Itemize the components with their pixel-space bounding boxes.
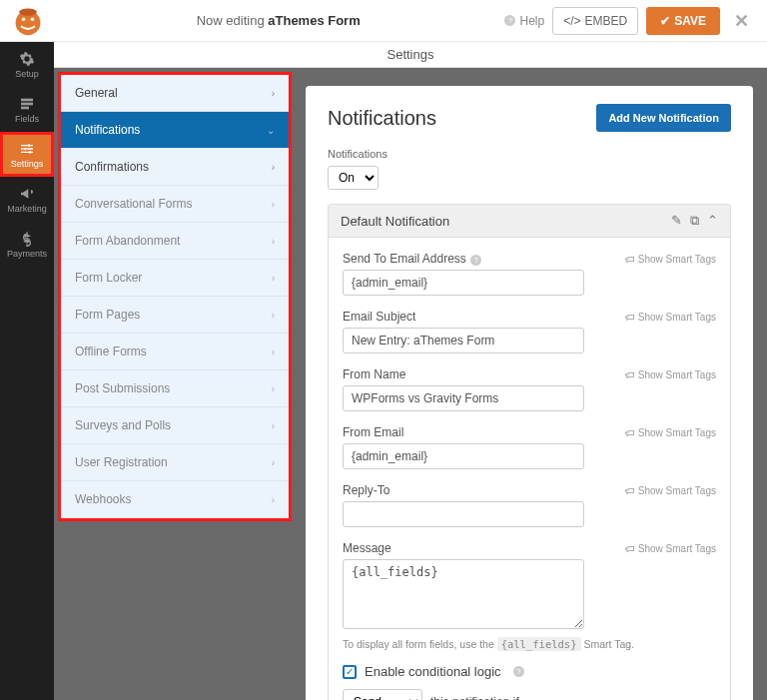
sidebar-item-locker[interactable]: Form Locker› [61, 260, 289, 297]
help-icon[interactable]: ? [470, 255, 481, 266]
code-icon: </> [563, 14, 580, 28]
message-label: Message [343, 541, 391, 555]
notif-toggle-select[interactable]: On [328, 166, 379, 190]
settings-sidebar: General› Notifications⌄ Confirmations› C… [58, 72, 292, 521]
svg-point-3 [19, 8, 37, 15]
close-button[interactable]: ✕ [728, 10, 755, 32]
svg-point-8 [24, 147, 27, 150]
builder-card: Notifications Add New Notification Notif… [306, 86, 753, 700]
chevron-right-icon: › [272, 310, 275, 321]
smart-tags-link[interactable]: 🏷 Show Smart Tags [625, 369, 716, 380]
subject-input[interactable] [343, 328, 584, 353]
chevron-right-icon: › [272, 162, 275, 173]
sidebar-item-userreg[interactable]: User Registration› [61, 444, 289, 481]
save-button[interactable]: ✔SAVE [646, 7, 720, 35]
cond-action-select[interactable]: Send [343, 689, 422, 700]
subject-label: Email Subject [343, 310, 415, 324]
cond-if-text: this notification if [430, 695, 519, 700]
rail-marketing[interactable]: Marketing [0, 177, 54, 222]
add-notification-button[interactable]: Add New Notification [596, 104, 731, 132]
settings-header: Settings [54, 42, 767, 68]
conditional-label: Enable conditional logic [365, 664, 501, 679]
chevron-right-icon: › [272, 273, 275, 284]
svg-point-9 [29, 151, 32, 154]
wpforms-logo [12, 5, 44, 37]
smart-tags-link[interactable]: 🏷 Show Smart Tags [625, 254, 716, 265]
reply-to-input[interactable] [343, 501, 584, 527]
sidebar-item-confirmations[interactable]: Confirmations› [61, 149, 289, 186]
svg-point-1 [22, 17, 26, 21]
edit-icon[interactable]: ✎ [671, 213, 682, 229]
rail-setup[interactable]: Setup [0, 42, 54, 87]
topbar: Now editing aThemes Form ?Help </>EMBED … [0, 0, 767, 42]
message-hint: To display all form fields, use the {all… [343, 638, 716, 650]
notification-block: Default Notification ✎ ⧉ ⌃ Send To Email… [328, 204, 731, 700]
smart-tags-link[interactable]: 🏷 Show Smart Tags [625, 543, 716, 554]
message-textarea[interactable] [343, 559, 584, 629]
chevron-right-icon: › [272, 199, 275, 210]
send-to-input[interactable] [343, 270, 584, 296]
collapse-icon[interactable]: ⌃ [707, 213, 718, 229]
sidebar-item-conversational[interactable]: Conversational Forms› [61, 186, 289, 223]
from-email-label: From Email [343, 425, 403, 439]
rail-payments[interactable]: $ Payments [0, 222, 54, 267]
notif-block-title: Default Notification [341, 214, 449, 229]
help-icon: ? [504, 15, 515, 26]
sidebar-item-pages[interactable]: Form Pages› [61, 297, 289, 334]
sidebar-item-abandonment[interactable]: Form Abandonment› [61, 223, 289, 260]
chevron-right-icon: › [272, 88, 275, 99]
smart-tags-link[interactable]: 🏷 Show Smart Tags [625, 312, 716, 323]
nav-rail: Setup Fields Settings Marketing $ Paymen… [0, 42, 54, 700]
chevron-right-icon: › [272, 236, 275, 247]
sliders-icon [19, 141, 35, 157]
svg-rect-4 [21, 98, 33, 101]
copy-icon[interactable]: ⧉ [690, 213, 699, 229]
gear-icon [19, 51, 35, 67]
conditional-checkbox[interactable]: ✓ [343, 665, 357, 679]
editing-title: Now editing aThemes Form [56, 13, 500, 28]
sidebar-item-general[interactable]: General› [61, 75, 289, 112]
reply-to-label: Reply-To [343, 483, 389, 497]
send-to-label: Send To Email Address? [343, 252, 481, 266]
from-email-input[interactable] [343, 443, 584, 469]
chevron-right-icon: › [272, 383, 275, 394]
page-title: Notifications [328, 107, 436, 130]
chevron-right-icon: › [272, 347, 275, 357]
svg-rect-6 [21, 106, 29, 109]
sidebar-item-webhooks[interactable]: Webhooks› [61, 481, 289, 518]
smart-tags-link[interactable]: 🏷 Show Smart Tags [625, 485, 716, 496]
sidebar-item-surveys[interactable]: Surveys and Polls› [61, 407, 289, 444]
chevron-down-icon: ⌄ [267, 125, 275, 136]
check-icon: ✔ [660, 14, 670, 28]
bullhorn-icon [19, 186, 35, 202]
rail-settings[interactable]: Settings [0, 132, 54, 177]
notif-toggle-label: Notifications [328, 148, 731, 160]
sidebar-item-notifications[interactable]: Notifications⌄ [61, 112, 289, 149]
chevron-right-icon: › [272, 494, 275, 505]
chevron-right-icon: › [272, 457, 275, 468]
from-name-label: From Name [343, 367, 405, 381]
sidebar-item-post[interactable]: Post Submissions› [61, 370, 289, 407]
sidebar-item-offline[interactable]: Offline Forms› [61, 334, 289, 370]
from-name-input[interactable] [343, 385, 584, 411]
help-link[interactable]: ?Help [500, 14, 544, 28]
svg-rect-5 [21, 102, 33, 105]
dollar-icon: $ [19, 231, 35, 247]
fields-icon [19, 96, 35, 112]
svg-point-7 [28, 144, 31, 147]
help-icon[interactable]: ? [513, 666, 524, 677]
svg-text:$: $ [24, 233, 30, 245]
rail-fields[interactable]: Fields [0, 87, 54, 132]
smart-tags-link[interactable]: 🏷 Show Smart Tags [625, 427, 716, 438]
chevron-right-icon: › [272, 420, 275, 431]
svg-point-2 [31, 17, 35, 21]
embed-button[interactable]: </>EMBED [552, 7, 638, 35]
